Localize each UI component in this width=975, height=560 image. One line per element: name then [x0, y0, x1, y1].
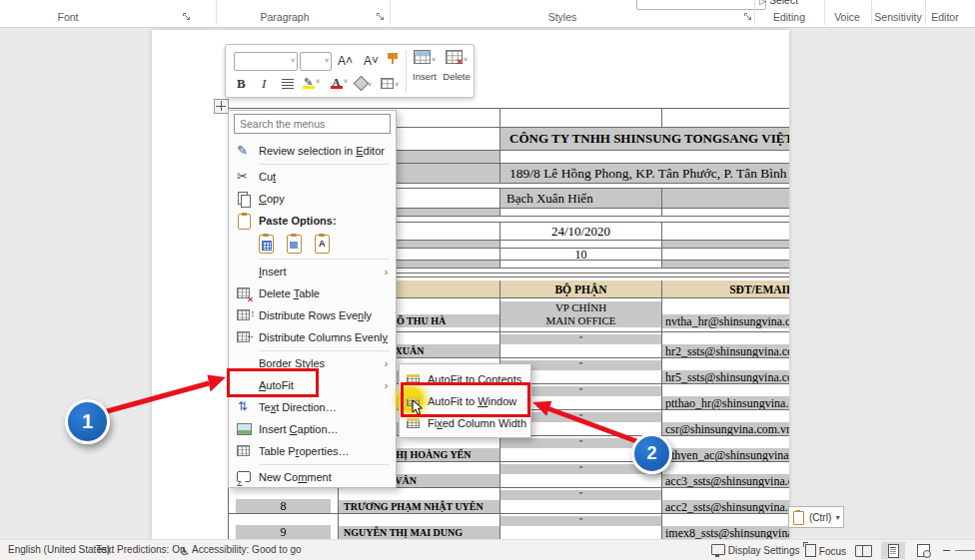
employee-name-cell[interactable]: TRƯƠNG PHẠM NHẬT UYÊN: [339, 488, 500, 513]
status-bar: English (United States) Text Predictions…: [0, 539, 975, 560]
focus-icon: [805, 544, 816, 557]
grow-font-button[interactable]: A˄: [338, 54, 353, 68]
font-name-dropdown[interactable]: ˅: [234, 52, 298, 71]
format-painter-icon[interactable]: [388, 53, 398, 66]
insert-table-button[interactable]: ˅ Insert: [410, 50, 440, 82]
menu-item-delete-table[interactable]: Delete Table: [229, 282, 396, 304]
mini-toolbar: ˅ ˅ A˄ A˅ B I ✎˅ A˅ ˅ ˅ ˅ Insert ˅ Delet…: [225, 44, 475, 98]
delete-table-icon: [236, 285, 252, 301]
zoom-out-button[interactable]: –: [943, 542, 950, 557]
count-cell[interactable]: 10: [500, 249, 662, 260]
table-cell[interactable]: [662, 223, 789, 240]
shading-button[interactable]: ˅: [356, 78, 372, 91]
table-cell[interactable]: [662, 189, 789, 208]
department-cell[interactable]: ": [500, 514, 662, 539]
copy-icon: [236, 191, 252, 207]
table-move-handle-icon[interactable]: [214, 99, 229, 114]
paste-text-only-icon[interactable]: A: [313, 235, 332, 254]
bold-button[interactable]: B: [237, 76, 246, 92]
table-cell[interactable]: [662, 249, 789, 260]
table-cell[interactable]: [500, 151, 789, 163]
text-predictions-status[interactable]: Text Predictions: On: [96, 544, 185, 555]
borders-button[interactable]: ˅: [381, 78, 399, 91]
email-cell[interactable]: csr@shinsungvina.com.vn: [662, 410, 789, 435]
table-cell[interactable]: [500, 261, 662, 268]
email-cell[interactable]: nthyen_ac@shinsungvina.com: [662, 436, 789, 461]
paste-merge-icon[interactable]: [285, 235, 304, 254]
row-number-cell[interactable]: 8: [229, 488, 339, 513]
menu-item-copy[interactable]: Copy: [229, 188, 396, 210]
fixed-column-width-icon: [406, 415, 422, 431]
department-cell[interactable]: ": [500, 332, 662, 357]
table-cell[interactable]: [662, 261, 789, 268]
chevron-down-icon: ▼: [834, 514, 841, 521]
menu-search-input[interactable]: Search the menus: [234, 114, 391, 134]
print-layout-button[interactable]: [881, 542, 905, 559]
annotation-rect-autofit-to-window: [401, 382, 530, 417]
header-email-cell[interactable]: SĐT/EMAIL: [662, 280, 789, 297]
read-mode-button[interactable]: [851, 542, 875, 559]
clipboard-icon: [236, 213, 252, 229]
text-direction-icon: [236, 399, 252, 415]
email-cell[interactable]: hr2_ssts@shinsungvina.com: [662, 332, 789, 357]
menu-item-table-properties[interactable]: Table Properties…: [229, 440, 396, 462]
menu-item-distribute-columns-evenly[interactable]: Distribute Columns Evenly: [229, 326, 396, 348]
email-cell[interactable]: nvtha_hr@shinsungvina.com: [662, 298, 789, 331]
paste-table-icon[interactable]: [257, 235, 276, 254]
contact-name-cell[interactable]: Bạch Xuân Hiến: [500, 189, 662, 208]
email-cell[interactable]: imex8_ssts@shinsungvina.com: [662, 514, 789, 539]
highlighter-button[interactable]: ✎˅: [302, 76, 320, 89]
table-cell[interactable]: [500, 109, 662, 127]
display-settings-button[interactable]: Display Settings: [711, 544, 799, 556]
menu-item-review-selection-in-editor[interactable]: Review selection in Editor: [229, 140, 396, 162]
insert-label: Insert: [410, 71, 440, 82]
header-dept-cell[interactable]: BỘ PHẬN: [500, 280, 662, 297]
styles-dialog-launcher-icon[interactable]: [743, 12, 753, 22]
department-cell[interactable]: ": [500, 488, 662, 513]
print-layout-icon: [888, 544, 899, 558]
table-cell[interactable]: [662, 109, 789, 127]
email-cell[interactable]: hr5_ssts@shinsungvina.com: [662, 358, 789, 383]
font-color-button[interactable]: A˅: [330, 76, 348, 89]
table-row[interactable]: 9NGUYỄN THỊ MAI DUNG"imex8_ssts@shinsung…: [229, 514, 789, 539]
email-cell[interactable]: acc3_ssts@shinsungvina.com: [662, 462, 789, 487]
table-cell[interactable]: [662, 209, 789, 216]
menu-item-paste-options[interactable]: Paste Options:: [229, 210, 396, 232]
menu-item-label: Delete Table: [259, 287, 320, 299]
department-cell[interactable]: VP CHÍNHMAIN OFFICE: [500, 298, 662, 331]
table-cell[interactable]: [662, 241, 789, 248]
language-status[interactable]: English (United States): [8, 544, 110, 555]
delete-table-button[interactable]: ˅ Delete: [442, 50, 472, 82]
ribbon-group-paragraph: Paragraph: [260, 11, 309, 23]
table-cell[interactable]: [500, 241, 662, 248]
employee-name-cell[interactable]: NGUYỄN THỊ MAI DUNG: [339, 514, 500, 539]
focus-button[interactable]: Focus: [805, 544, 846, 557]
row-number-cell[interactable]: 9: [229, 514, 339, 539]
menu-item-cut[interactable]: Cut: [229, 166, 396, 188]
email-cell[interactable]: acc2_ssts@shinsungvina.com: [662, 488, 789, 513]
accessibility-status[interactable]: ♿ Accessibility: Good to go: [180, 544, 302, 558]
zoom-slider[interactable]: [955, 550, 975, 551]
menu-item-label: Review selection in Editor: [259, 145, 385, 157]
line-spacing-icon[interactable]: [282, 79, 294, 91]
email-cell[interactable]: ptthao_hr@shinsungvina.com: [662, 384, 789, 409]
web-layout-button[interactable]: [911, 542, 935, 559]
menu-separator: [259, 350, 390, 351]
date-cell[interactable]: 24/10/2020: [500, 223, 662, 240]
menu-item-new-comment[interactable]: New Comment: [229, 466, 396, 488]
menu-item-text-direction[interactable]: Text Direction…: [229, 396, 396, 418]
menu-item-insert-caption[interactable]: Insert Caption…: [229, 418, 396, 440]
select-button[interactable]: ▷Select: [759, 0, 798, 6]
table-cell[interactable]: [500, 209, 662, 216]
font-size-dropdown[interactable]: ˅: [300, 52, 332, 71]
table-row[interactable]: 8TRƯƠNG PHẠM NHẬT UYÊN"acc2_ssts@shinsun…: [229, 488, 789, 514]
company-address-cell[interactable]: 189/8 Lê Hồng Phong, KP. Tân Phước, P. T…: [500, 164, 789, 183]
paragraph-dialog-launcher-icon[interactable]: [376, 12, 386, 22]
paste-options-ctrl-button[interactable]: (Ctrl) ▼: [788, 506, 844, 528]
menu-item-distribute-rows-evenly[interactable]: Distribute Rows Evenly: [229, 304, 396, 326]
font-dialog-launcher-icon[interactable]: [182, 12, 192, 22]
shrink-font-button[interactable]: A˅: [364, 54, 379, 68]
italic-button[interactable]: I: [262, 76, 266, 92]
company-name-cell[interactable]: CÔNG TY TNHH SHINSUNG TONGSANG VIỆT NAM: [500, 128, 789, 150]
menu-item-insert[interactable]: Insert›: [229, 261, 396, 282]
